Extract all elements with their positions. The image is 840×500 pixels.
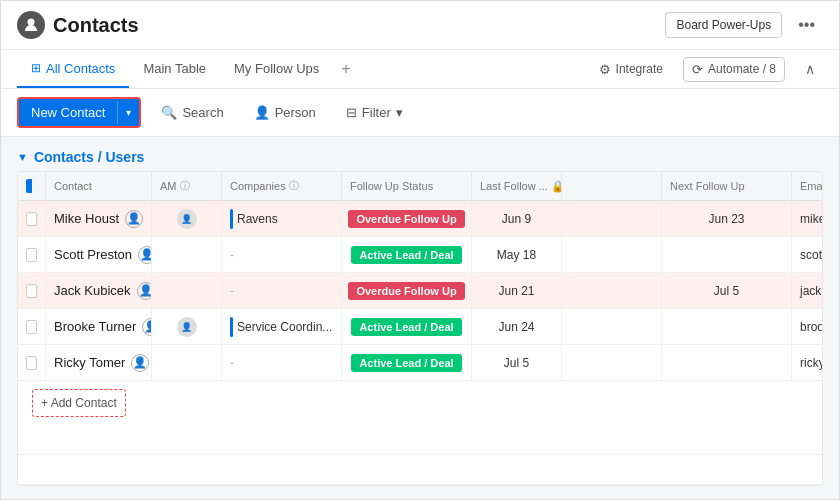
status-badge: Overdue Follow Up <box>348 282 464 300</box>
th-email-label: Email <box>800 180 822 192</box>
checkbox-input[interactable] <box>26 212 37 226</box>
td-next-follow <box>662 345 792 380</box>
new-contact-dropdown-arrow[interactable]: ▾ <box>117 101 139 124</box>
search-button[interactable]: 🔍 Search <box>151 100 233 125</box>
td-email: mikehoust@gmail.... 🇺🇸 <box>792 201 822 236</box>
add-contact-button[interactable]: + Add Contact <box>32 389 126 417</box>
th-am[interactable]: AM ⓘ <box>152 172 222 200</box>
new-contact-button[interactable]: New Contact ▾ <box>17 97 141 128</box>
td-follow-up-status[interactable]: Active Lead / Deal <box>342 237 472 272</box>
th-companies-info-icon: ⓘ <box>289 179 299 193</box>
table-row: Ricky Tomer 👤 - Active Lead / Deal Jul 5… <box>18 345 822 381</box>
person-button[interactable]: 👤 Person <box>244 100 326 125</box>
contact-name-text: Mike Houst <box>54 211 119 226</box>
search-icon: 🔍 <box>161 105 177 120</box>
td-empty <box>562 273 662 308</box>
td-checkbox[interactable] <box>18 345 46 380</box>
td-am <box>152 345 222 380</box>
td-last-follow: Jun 24 <box>472 309 562 344</box>
td-contact: Brooke Turner 👤 <box>46 309 152 344</box>
td-checkbox[interactable] <box>18 237 46 272</box>
contacts-users-table: Contact AM ⓘ Companies ⓘ Follow Up Statu… <box>17 171 823 486</box>
add-person-icon[interactable]: 👤 <box>125 210 143 228</box>
tab-my-follow-ups[interactable]: My Follow Ups <box>220 51 333 88</box>
th-companies[interactable]: Companies ⓘ <box>222 172 342 200</box>
app-header: Contacts Board Power-Ups ••• <box>1 1 839 50</box>
company-text: Ravens <box>237 212 278 226</box>
th-email[interactable]: Email <box>792 172 822 200</box>
table-row: Mike Houst 👤 👤 Ravens Overdue Follow Up … <box>18 201 822 237</box>
email-text: scottpres194@eco... <box>800 248 822 262</box>
add-person-icon[interactable]: 👤 <box>131 354 149 372</box>
integrate-button[interactable]: ⚙ Integrate <box>591 58 671 81</box>
tabs-bar: ⊞ All Contacts Main Table My Follow Ups … <box>1 50 839 89</box>
checkbox-input[interactable] <box>26 248 37 262</box>
td-contact: Ricky Tomer 👤 <box>46 345 152 380</box>
th-follow-up-status[interactable]: Follow Up Status <box>342 172 472 200</box>
th-am-label: AM <box>160 180 177 192</box>
th-am-info-icon: ⓘ <box>180 179 190 193</box>
td-am <box>152 273 222 308</box>
empty-row <box>18 425 822 455</box>
add-person-icon[interactable]: 👤 <box>137 282 152 300</box>
td-last-follow: Jun 9 <box>472 201 562 236</box>
board-power-ups-button[interactable]: Board Power-Ups <box>665 12 782 38</box>
td-empty <box>562 309 662 344</box>
th-contact[interactable]: Contact <box>46 172 152 200</box>
add-contact-label: + Add Contact <box>41 396 117 410</box>
email-text: brooke@colinrons... <box>800 320 822 334</box>
td-empty <box>562 237 662 272</box>
th-next-follow[interactable]: Next Follow Up <box>662 172 792 200</box>
tab-add-button[interactable]: + <box>333 50 358 88</box>
person-label: Person <box>275 105 316 120</box>
td-checkbox[interactable] <box>18 201 46 236</box>
td-contact: Mike Houst 👤 <box>46 201 152 236</box>
td-email: scottpres194@eco... 🇺🇸 <box>792 237 822 272</box>
app-avatar-icon <box>17 11 45 39</box>
th-last-follow[interactable]: Last Follow ... 🔒 <box>472 172 562 200</box>
company-bar <box>230 209 233 229</box>
last-follow-text: Jun 9 <box>502 212 531 226</box>
contact-name-text: Ricky Tomer <box>54 355 125 370</box>
person-icon: 👤 <box>254 105 270 120</box>
automate-icon: ⟳ <box>692 62 703 77</box>
td-follow-up-status[interactable]: Overdue Follow Up <box>342 201 472 236</box>
checkbox-input[interactable] <box>26 284 37 298</box>
new-contact-main-label[interactable]: New Contact <box>19 99 117 126</box>
td-follow-up-status[interactable]: Active Lead / Deal <box>342 345 472 380</box>
filter-button[interactable]: ⊟ Filter ▾ <box>336 100 413 125</box>
collapse-button[interactable]: ∧ <box>797 57 823 81</box>
group-contacts-users-title: Contacts / Users <box>34 149 144 165</box>
td-am <box>152 237 222 272</box>
checkbox-input[interactable] <box>26 356 37 370</box>
filter-dropdown-icon: ▾ <box>396 105 403 120</box>
app-title-area: Contacts <box>17 11 139 39</box>
th-lock-icon: 🔒 <box>551 180 562 193</box>
checkbox-input[interactable] <box>26 320 37 334</box>
td-follow-up-status[interactable]: Active Lead / Deal <box>342 309 472 344</box>
contact-name-text: Jack Kubicek <box>54 283 131 298</box>
td-follow-up-status[interactable]: Overdue Follow Up <box>342 273 472 308</box>
td-checkbox[interactable] <box>18 309 46 344</box>
contact-name-text: Scott Preston <box>54 247 132 262</box>
integrate-label: Integrate <box>616 62 663 76</box>
group-toggle-icon[interactable]: ▼ <box>17 151 28 163</box>
content-area: ▼ Contacts / Users Contact AM ⓘ Companie… <box>1 137 839 500</box>
company-bar <box>230 317 233 337</box>
tab-main-table[interactable]: Main Table <box>129 51 220 88</box>
automate-button[interactable]: ⟳ Automate / 8 <box>683 57 785 82</box>
add-person-icon[interactable]: 👤 <box>138 246 152 264</box>
tabs-right: ⚙ Integrate ⟳ Automate / 8 ∧ <box>591 57 823 82</box>
add-person-icon[interactable]: 👤 <box>142 318 152 336</box>
td-next-follow <box>662 309 792 344</box>
toolbar: New Contact ▾ 🔍 Search 👤 Person ⊟ Filter… <box>1 89 839 137</box>
tab-all-contacts[interactable]: ⊞ All Contacts <box>17 51 129 88</box>
td-contact: Jack Kubicek 👤 <box>46 273 152 308</box>
td-checkbox[interactable] <box>18 273 46 308</box>
status-badge: Active Lead / Deal <box>351 246 461 264</box>
company-text: Service Coordin... <box>237 320 332 334</box>
more-options-button[interactable]: ••• <box>790 11 823 39</box>
td-companies: - <box>222 345 342 380</box>
company-text: - <box>230 284 234 298</box>
td-email: ricky@carbonweb... 🇺🇸 <box>792 345 822 380</box>
